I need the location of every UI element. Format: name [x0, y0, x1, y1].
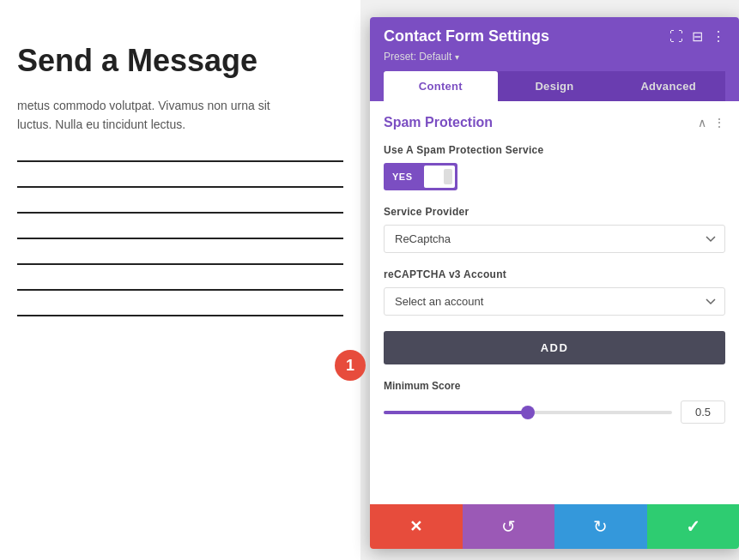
spam-protection-toggle[interactable]: YES [384, 163, 457, 190]
section-more-icon[interactable]: ⋮ [713, 116, 725, 129]
form-line-3 [17, 212, 343, 214]
form-line-4 [17, 238, 343, 239]
form-line-5 [17, 263, 343, 265]
tab-design[interactable]: Design [498, 71, 612, 101]
panel-tabs: Content Design Advanced [384, 71, 725, 101]
tab-advanced[interactable]: Advanced [611, 71, 725, 101]
preset-arrow: ▾ [455, 52, 459, 62]
more-icon[interactable]: ⋮ [712, 28, 725, 45]
redo-button[interactable]: ↻ [554, 504, 647, 549]
slider-track[interactable] [384, 411, 672, 414]
section-controls: ∧ ⋮ [698, 116, 725, 129]
service-provider-select[interactable]: ReCaptcha hCaptcha None [384, 225, 725, 253]
tab-content[interactable]: Content [384, 71, 498, 101]
panel-header-top: Contact Form Settings ⛶ ⊟ ⋮ [384, 27, 725, 45]
form-line-6 [17, 289, 343, 291]
collapse-icon[interactable]: ∧ [698, 116, 706, 129]
toggle-yes-label: YES [384, 166, 421, 187]
toggle-label: Use A Spam Protection Service [384, 144, 725, 156]
score-value-input[interactable] [681, 400, 725, 424]
toggle-switch[interactable] [424, 166, 455, 188]
form-lines [17, 160, 343, 316]
recaptcha-account-group: reCAPTCHA v3 Account Select an account [384, 268, 725, 316]
expand-icon[interactable]: ⛶ [669, 29, 683, 45]
save-icon: ✓ [686, 516, 700, 537]
slider-fill [384, 411, 528, 414]
recaptcha-account-label: reCAPTCHA v3 Account [384, 268, 725, 280]
panel-header: Contact Form Settings ⛶ ⊟ ⋮ Preset: Defa… [370, 17, 739, 101]
recaptcha-account-select[interactable]: Select an account [384, 287, 725, 316]
panel-title: Contact Form Settings [384, 27, 549, 45]
undo-button[interactable]: ↺ [463, 504, 555, 549]
step-badge: 1 [335, 350, 366, 381]
service-provider-label: Service Provider [384, 206, 725, 218]
settings-panel: Contact Form Settings ⛶ ⊟ ⋮ Preset: Defa… [370, 17, 739, 549]
service-provider-group: Service Provider ReCaptcha hCaptcha None [384, 206, 725, 253]
form-line-1 [17, 160, 343, 162]
panel-body: Spam Protection ∧ ⋮ Use A Spam Protectio… [370, 101, 739, 504]
panel-footer: ✕ ↺ ↻ ✓ [370, 504, 739, 549]
columns-icon[interactable]: ⊟ [692, 28, 703, 45]
slider-row [384, 400, 725, 424]
save-button[interactable]: ✓ [647, 504, 740, 549]
cancel-icon: ✕ [409, 517, 422, 536]
redo-icon: ↻ [593, 516, 608, 537]
preview-area: Send a Message metus commodo volutpat. V… [0, 0, 360, 560]
page-title: Send a Message [17, 43, 343, 79]
form-line-2 [17, 186, 343, 188]
panel-preset[interactable]: Preset: Default ▾ [384, 51, 725, 63]
spam-protection-toggle-group: Use A Spam Protection Service YES [384, 144, 725, 190]
preview-text: metus commodo volutpat. Vivamus non urna… [17, 96, 343, 135]
undo-icon: ↺ [501, 516, 516, 537]
section-header: Spam Protection ∧ ⋮ [384, 115, 725, 130]
cancel-button[interactable]: ✕ [370, 504, 463, 549]
minimum-score-label: Minimum Score [384, 380, 725, 392]
slider-thumb[interactable] [521, 406, 535, 419]
section-title: Spam Protection [384, 115, 493, 130]
form-line-7 [17, 315, 343, 316]
add-button[interactable]: ADD [384, 331, 725, 364]
minimum-score-section: Minimum Score [384, 380, 725, 424]
add-button-group: ADD [384, 331, 725, 364]
panel-header-icons: ⛶ ⊟ ⋮ [669, 28, 725, 45]
